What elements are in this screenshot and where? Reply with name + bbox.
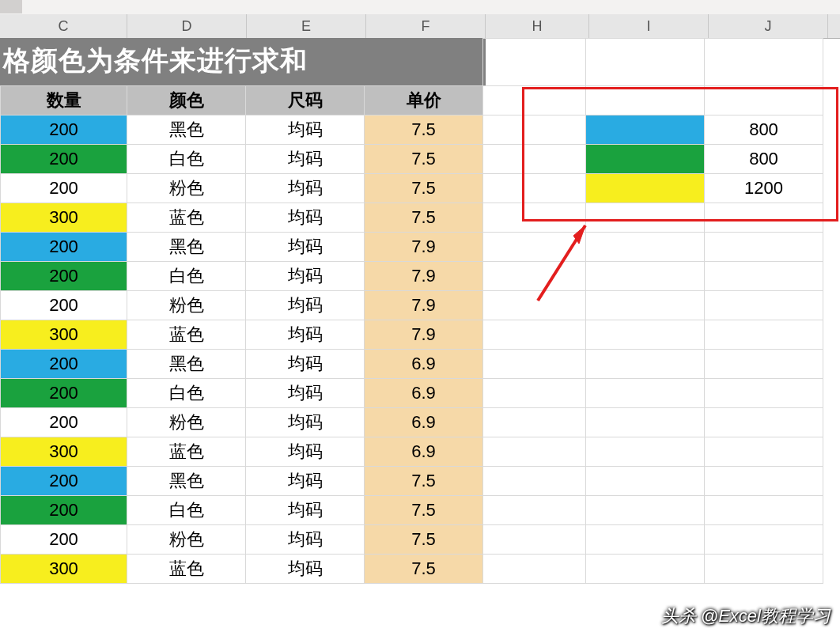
color-cell[interactable]: 蓝色 [127,320,246,350]
size-cell[interactable]: 均码 [246,291,365,320]
size-cell[interactable]: 均码 [246,145,365,174]
price-cell[interactable]: 7.5 [365,496,483,525]
color-cell[interactable]: 白色 [127,262,246,291]
price-cell[interactable]: 7.5 [365,203,483,233]
color-cell[interactable]: 黑色 [127,467,246,496]
color-cell[interactable]: 粉色 [127,291,246,320]
color-cell[interactable]: 粉色 [127,174,246,203]
size-cell[interactable]: 均码 [246,320,365,350]
price-cell[interactable]: 7.5 [365,555,483,584]
cell[interactable] [365,39,483,86]
col-header-H[interactable]: H [486,14,589,38]
cell[interactable] [483,525,586,555]
cell[interactable] [483,39,586,86]
cell[interactable] [483,496,586,525]
col-header-F[interactable]: F [366,14,486,38]
price-cell[interactable]: 7.5 [365,467,483,496]
size-cell[interactable]: 均码 [246,496,365,525]
color-cell[interactable]: 白色 [127,145,246,174]
summary-swatch[interactable] [586,525,705,555]
size-cell[interactable]: 均码 [246,408,365,437]
price-cell[interactable]: 7.5 [365,115,483,145]
price-cell[interactable]: 7.5 [365,145,483,174]
price-cell[interactable]: 7.9 [365,233,483,262]
qty-cell[interactable]: 300 [1,555,127,584]
size-cell[interactable]: 均码 [246,350,365,379]
color-cell[interactable]: 白色 [127,496,246,525]
price-cell[interactable]: 6.9 [365,408,483,437]
summary-swatch[interactable] [586,467,705,496]
summary-value[interactable] [705,408,823,437]
summary-swatch[interactable] [586,350,705,379]
cell[interactable] [483,467,586,496]
size-cell[interactable]: 均码 [246,262,365,291]
size-cell[interactable]: 均码 [246,467,365,496]
qty-cell[interactable]: 200 [1,467,127,496]
qty-cell[interactable]: 200 [1,496,127,525]
cell[interactable] [483,555,586,584]
table-header-color[interactable]: 颜色 [127,86,246,115]
table-header-price[interactable]: 单价 [365,86,483,115]
color-cell[interactable]: 粉色 [127,525,246,555]
qty-cell[interactable]: 200 [1,115,127,145]
color-cell[interactable]: 蓝色 [127,555,246,584]
summary-swatch[interactable] [586,408,705,437]
cell[interactable] [483,320,586,350]
col-header-J[interactable]: J [709,14,828,38]
size-cell[interactable]: 均码 [246,437,365,467]
summary-swatch[interactable] [586,320,705,350]
price-cell[interactable]: 6.9 [365,350,483,379]
color-cell[interactable]: 白色 [127,379,246,408]
cell[interactable] [705,39,823,86]
summary-value[interactable] [705,262,823,291]
size-cell[interactable]: 均码 [246,525,365,555]
qty-cell[interactable]: 200 [1,262,127,291]
summary-value[interactable] [705,437,823,467]
price-cell[interactable]: 6.9 [365,437,483,467]
qty-cell[interactable]: 200 [1,233,127,262]
size-cell[interactable]: 均码 [246,555,365,584]
price-cell[interactable]: 7.9 [365,291,483,320]
qty-cell[interactable]: 300 [1,203,127,233]
cell[interactable] [483,408,586,437]
table-header-qty[interactable]: 数量 [1,86,127,115]
qty-cell[interactable]: 200 [1,525,127,555]
cell[interactable] [246,39,365,86]
summary-value[interactable] [705,291,823,320]
color-cell[interactable]: 黑色 [127,350,246,379]
qty-cell[interactable]: 300 [1,437,127,467]
summary-value[interactable] [705,350,823,379]
cell[interactable] [483,379,586,408]
summary-value[interactable] [705,233,823,262]
cell[interactable] [127,39,246,86]
summary-value[interactable] [705,525,823,555]
qty-cell[interactable]: 200 [1,350,127,379]
size-cell[interactable]: 均码 [246,174,365,203]
qty-cell[interactable]: 200 [1,379,127,408]
qty-cell[interactable]: 300 [1,320,127,350]
size-cell[interactable]: 均码 [246,233,365,262]
cell[interactable] [1,39,127,86]
size-cell[interactable]: 均码 [246,203,365,233]
color-cell[interactable]: 蓝色 [127,437,246,467]
summary-swatch[interactable] [586,291,705,320]
color-cell[interactable]: 黑色 [127,233,246,262]
qty-cell[interactable]: 200 [1,408,127,437]
summary-value[interactable] [705,555,823,584]
summary-value[interactable] [705,320,823,350]
price-cell[interactable]: 7.5 [365,174,483,203]
cell[interactable] [483,350,586,379]
summary-value[interactable] [705,379,823,408]
price-cell[interactable]: 6.9 [365,379,483,408]
color-cell[interactable]: 粉色 [127,408,246,437]
size-cell[interactable]: 均码 [246,379,365,408]
summary-swatch[interactable] [586,555,705,584]
color-cell[interactable]: 黑色 [127,115,246,145]
qty-cell[interactable]: 200 [1,145,127,174]
summary-swatch[interactable] [586,379,705,408]
price-cell[interactable]: 7.9 [365,320,483,350]
color-cell[interactable]: 蓝色 [127,203,246,233]
summary-value[interactable] [705,496,823,525]
summary-swatch[interactable] [586,437,705,467]
cell[interactable] [586,39,705,86]
